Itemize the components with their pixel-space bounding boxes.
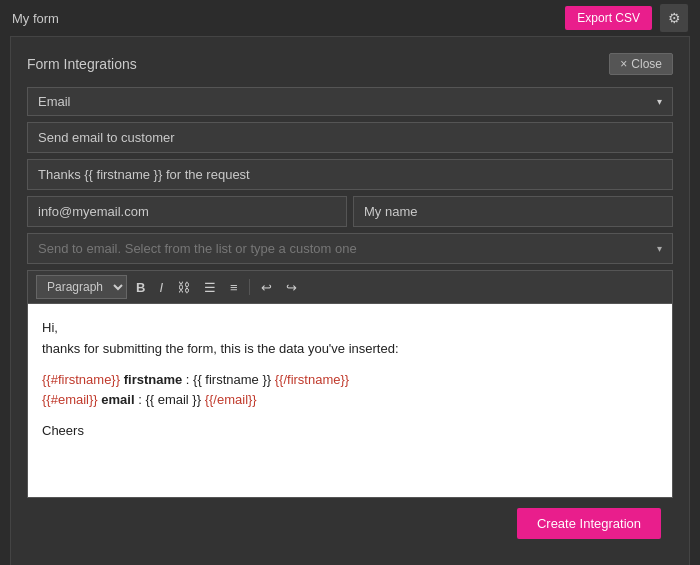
chevron-down-icon: ▾ <box>657 96 662 107</box>
firstname-var: : {{ firstname }} <box>186 372 275 387</box>
close-label: Close <box>631 57 662 71</box>
editor-line-4: {{#firstname}} firstname : {{ firstname … <box>42 370 658 391</box>
italic-button[interactable]: I <box>154 278 168 297</box>
undo-button[interactable]: ↩ <box>256 278 277 297</box>
modal-title: Form Integrations <box>27 56 137 72</box>
subject-field[interactable] <box>27 122 673 153</box>
firstname-close-tag: {{/firstname}} <box>275 372 349 387</box>
unordered-list-button[interactable]: ☰ <box>199 278 221 297</box>
bold-button[interactable]: B <box>131 278 150 297</box>
undo-icon: ↩ <box>261 280 272 295</box>
top-bar: My form Export CSV ⚙ <box>0 0 700 36</box>
send-to-chevron-icon: ▾ <box>657 243 662 254</box>
create-integration-button[interactable]: Create Integration <box>517 508 661 539</box>
from-name-field[interactable] <box>353 196 673 227</box>
export-csv-button[interactable]: Export CSV <box>565 6 652 30</box>
paragraph-select[interactable]: Paragraph <box>36 275 127 299</box>
gear-button[interactable]: ⚙ <box>660 4 688 32</box>
subject-field-row <box>27 122 673 153</box>
firstname-bold-label: firstname <box>124 372 183 387</box>
editor-line-2: thanks for submitting the form, this is … <box>42 339 658 360</box>
page-title: My form <box>12 11 59 26</box>
top-bar-actions: Export CSV ⚙ <box>565 4 688 32</box>
email-bold-label: email <box>101 392 134 407</box>
editor-line-1: Hi, <box>42 318 658 339</box>
from-row <box>27 196 673 227</box>
email-subject-row <box>27 159 673 190</box>
editor-toolbar: Paragraph B I ⛓ ☰ ≡ ↩ ↪ <box>27 270 673 303</box>
modal-footer: Create Integration <box>27 498 673 549</box>
editor-blank-1 <box>42 360 658 370</box>
editor-area[interactable]: Hi, thanks for submitting the form, this… <box>27 303 673 498</box>
editor-blank-2 <box>42 411 658 421</box>
ordered-list-button[interactable]: ≡ <box>225 278 243 297</box>
close-x-icon: × <box>620 57 627 71</box>
email-open-tag: {{#email}} <box>42 392 98 407</box>
ol-icon: ≡ <box>230 280 238 295</box>
from-email-field[interactable] <box>27 196 347 227</box>
close-button[interactable]: × Close <box>609 53 673 75</box>
gear-icon: ⚙ <box>668 10 681 26</box>
email-subject-field[interactable] <box>27 159 673 190</box>
firstname-open-tag: {{#firstname}} <box>42 372 120 387</box>
redo-button[interactable]: ↪ <box>281 278 302 297</box>
email-close-tag: {{/email}} <box>205 392 257 407</box>
redo-icon: ↪ <box>286 280 297 295</box>
modal-header: Form Integrations × Close <box>27 53 673 75</box>
editor-line-5: {{#email}} email : {{ email }} {{/email}… <box>42 390 658 411</box>
integration-type-value: Email <box>38 94 71 109</box>
italic-icon: I <box>159 280 163 295</box>
integration-type-dropdown[interactable]: Email ▾ <box>27 87 673 116</box>
bold-icon: B <box>136 280 145 295</box>
send-to-placeholder: Send to email. Select from the list or t… <box>38 241 357 256</box>
toolbar-separator <box>249 279 250 295</box>
send-to-dropdown[interactable]: Send to email. Select from the list or t… <box>27 233 673 264</box>
link-button[interactable]: ⛓ <box>172 278 195 297</box>
link-icon: ⛓ <box>177 280 190 295</box>
editor-line-7: Cheers <box>42 421 658 442</box>
ul-icon: ☰ <box>204 280 216 295</box>
form-integrations-modal: Form Integrations × Close Email ▾ Send t… <box>10 36 690 565</box>
email-var: : {{ email }} <box>138 392 205 407</box>
